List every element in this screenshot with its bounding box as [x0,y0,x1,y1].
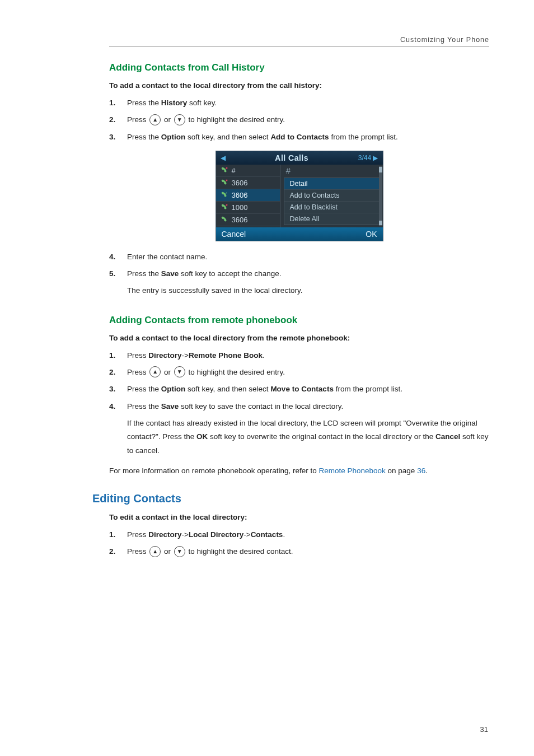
section3-subhead: To edit a contact in the local directory… [109,513,489,521]
menu-item: Add to Blacklist [284,202,379,213]
step-body: Press the Save soft key to accept the ch… [127,268,489,298]
step: 2. Press ▲ or ▼ to highlight the desired… [109,546,489,557]
list-item: 3606 [216,214,280,226]
step-followup: If the contact has already existed in th… [127,417,489,458]
softkey-cancel: Cancel [222,230,246,239]
scroll-thumb [379,221,382,225]
softkey-bar: Cancel OK [216,227,383,241]
page-link[interactable]: 36 [417,466,425,475]
step-body: Press Directory->Local Directory->Contac… [127,529,489,540]
step: 4. Enter the contact name. [109,251,489,263]
softkey-ok: OK [366,230,377,239]
menu-item: Detail [284,178,379,190]
section2-para: For more information on remote phonebook… [109,464,489,478]
step: 4. Press the Save soft key to save the c… [109,401,489,458]
step: 3. Press the Option soft key, and then s… [109,384,489,395]
step-body: Press ▲ or ▼ to highlight the desired co… [127,546,489,557]
step: 1. Press the History soft key. [109,97,489,109]
step-body: Press the Option soft key, and then sele… [127,132,489,143]
step-num: 2. [109,114,119,125]
outgoing-call-icon [221,166,228,174]
list-item: 3606 [216,189,280,202]
down-key-icon: ▼ [174,546,185,557]
up-key-icon: ▲ [149,366,161,377]
step: 1. Press Directory->Remote Phone Book. [109,350,489,361]
remote-phonebook-link[interactable]: Remote Phonebook [318,466,385,475]
nav-left-icon: ◀ [221,154,226,162]
scrollbar [379,166,382,226]
step-num: 1. [109,529,119,540]
step-body: Press the History soft key. [127,97,489,109]
section2-steps: 1. Press Directory->Remote Phone Book. 2… [109,350,489,458]
page-content: Customizing Your Phone Adding Contacts f… [0,0,534,586]
section2-subhead: To add a contact to the local directory … [109,334,489,342]
list-label: 1000 [232,203,248,212]
step-num: 2. [109,367,119,378]
step-body: Press ▲ or ▼ to highlight the desired en… [127,367,489,378]
step-body: Press the Option soft key, and then sele… [127,384,489,395]
incoming-call-icon [221,191,228,199]
section1-steps-cont: 4. Enter the contact name. 5. Press the … [109,251,489,298]
list-label: 3606 [232,216,248,224]
down-key-icon: ▼ [174,366,185,377]
up-key-icon: ▲ [149,546,161,557]
step: 2. Press ▲ or ▼ to highlight the desired… [109,114,489,125]
option-menu: Detail Add to Contacts Add to Blacklist … [284,178,380,225]
outgoing-call-icon [221,203,228,211]
menu-item: Add to Contacts [284,190,379,202]
step: 5. Press the Save soft key to accept the… [109,268,489,298]
step: 3. Press the Option soft key, and then s… [109,132,489,143]
incoming-call-icon [221,216,228,223]
scroll-thumb [379,167,382,172]
step-body: Press the Save soft key to save the cont… [127,401,489,458]
outgoing-call-icon [221,179,228,186]
list-label: 3606 [232,191,248,199]
phone-title: All Calls [275,153,308,162]
phone-page-indicator: 3/44 ▶ [358,154,378,162]
phone-screenshot: ◀ All Calls 3/44 ▶ # 3606 3606 [216,151,383,241]
step-num: 4. [109,251,119,263]
call-list: # 3606 3606 1000 3606 [216,165,280,227]
step-num: 1. [109,350,119,361]
section1-heading: Adding Contacts from Call History [109,62,489,73]
phone-body: # 3606 3606 1000 3606 [216,165,383,227]
list-item: # [216,165,280,177]
entry-header: # [280,165,383,178]
list-item: 3606 [216,177,280,189]
up-key-icon: ▲ [149,114,161,125]
step-followup: The entry is successfully saved in the l… [127,284,489,297]
step-num: 1. [109,97,119,109]
section1-steps: 1. Press the History soft key. 2. Press … [109,97,489,143]
menu-item: Delete All [284,213,379,225]
section3-steps: 1. Press Directory->Local Directory->Con… [109,529,489,558]
step-num: 2. [109,546,119,557]
section3-heading: Editing Contacts [92,492,489,505]
down-key-icon: ▼ [174,114,185,125]
step: 2. Press ▲ or ▼ to highlight the desired… [109,367,489,378]
step-num: 3. [109,132,119,143]
step-body: Press Directory->Remote Phone Book. [127,350,489,361]
section1-subhead: To add a contact to the local directory … [109,81,489,90]
step-num: 5. [109,268,119,279]
list-label: 3606 [232,179,248,187]
section2-heading: Adding Contacts from remote phonebook [109,315,489,326]
page-header: Customizing Your Phone [109,36,489,46]
step: 1. Press Directory->Local Directory->Con… [109,529,489,540]
option-pane: # Detail Add to Contacts Add to Blacklis… [280,165,383,227]
step-num: 3. [109,384,119,395]
step-body: Enter the contact name. [127,251,489,263]
list-item: 1000 [216,202,280,214]
step-body: Press ▲ or ▼ to highlight the desired en… [127,114,489,125]
header-text: Customizing Your Phone [400,36,489,44]
page-number: 31 [480,725,488,734]
list-label: # [232,166,236,175]
phone-titlebar: ◀ All Calls 3/44 ▶ [216,151,383,165]
step-num: 4. [109,401,119,412]
